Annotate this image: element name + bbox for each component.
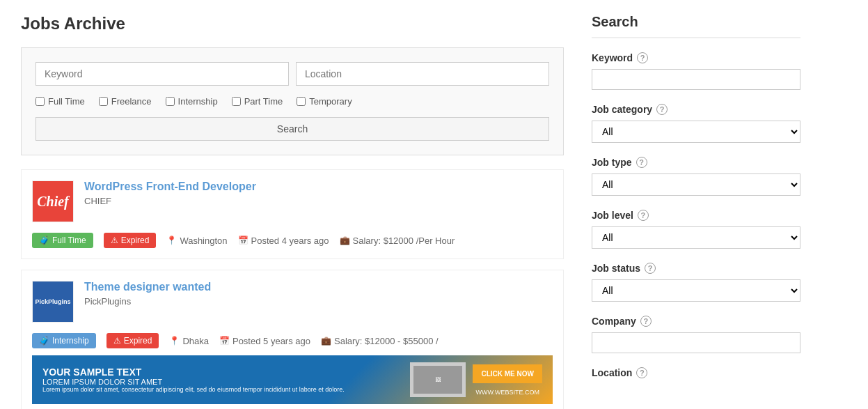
cb-fulltime[interactable] bbox=[35, 97, 45, 106]
company-name-1: CHIEF bbox=[84, 196, 553, 206]
sidebar-field-job-type: Job type ? All bbox=[592, 157, 800, 196]
sidebar-field-job-status: Job status ? All bbox=[592, 263, 800, 302]
posted-text-1: Posted 4 years ago bbox=[251, 236, 329, 246]
badge-expired-1: ⚠ Expired bbox=[104, 233, 157, 248]
job-title-2[interactable]: Theme designer wanted bbox=[84, 281, 553, 293]
salary-icon-2: 💼 bbox=[321, 336, 331, 346]
sidebar-label-location: Location ? bbox=[592, 367, 800, 378]
sidebar: Search Keyword ? Job category ? All Job … bbox=[592, 14, 800, 409]
job-info-2: Theme designer wanted PickPlugins bbox=[84, 281, 553, 307]
company-name-2: PickPlugins bbox=[84, 296, 553, 307]
sidebar-label-job-type: Job type ? bbox=[592, 157, 800, 168]
help-icon-location[interactable]: ? bbox=[636, 367, 647, 378]
cb-temporary[interactable] bbox=[297, 97, 306, 106]
search-box: Full Time Freelance Internship Part Time… bbox=[21, 47, 564, 155]
help-icon-keyword[interactable]: ? bbox=[637, 52, 648, 63]
checkbox-freelance[interactable]: Freelance bbox=[99, 96, 152, 107]
job-meta-2: 🧳 Internship ⚠ Expired 📍 Dhaka 📅 Posted … bbox=[32, 333, 553, 348]
chief-logo-text: Chief bbox=[37, 194, 69, 210]
search-button[interactable]: Search bbox=[35, 117, 549, 141]
sidebar-keyword-input[interactable] bbox=[592, 69, 800, 90]
salary-text-2: Salary: $12000 - $55000 / bbox=[334, 336, 439, 346]
checkbox-temporary[interactable]: Temporary bbox=[297, 96, 352, 107]
help-icon-job-type[interactable]: ? bbox=[636, 157, 647, 168]
salary-text-1: Salary: $12000 /Per Hour bbox=[353, 236, 455, 246]
company-logo-pickplugins: PickPlugins bbox=[32, 281, 74, 323]
badge-fulltime: 🧳 Full Time bbox=[32, 233, 93, 248]
banner-body: Lorem ipsum dolor sit amet, consectetur … bbox=[42, 386, 403, 393]
location-meta-2: 📍 Dhaka bbox=[169, 336, 209, 346]
banner-ad: YOUR SAMPLE TEXT LOREM IPSUM DOLOR SIT A… bbox=[32, 355, 553, 404]
company-logo-chief: Chief bbox=[32, 180, 74, 222]
sidebar-label-job-status: Job status ? bbox=[592, 263, 800, 274]
banner-image-placeholder: 🖼 bbox=[413, 366, 462, 394]
location-meta-1: 📍 Washington bbox=[166, 236, 227, 246]
checkbox-fulltime[interactable]: Full Time bbox=[35, 96, 85, 107]
banner-title: YOUR SAMPLE TEXT bbox=[42, 366, 403, 378]
banner-subtitle: LOREM IPSUM DOLOR SIT AMET bbox=[42, 378, 403, 386]
main-content: Jobs Archive Full Time Freelance Interns… bbox=[21, 14, 564, 409]
salary-meta-2: 💼 Salary: $12000 - $55000 / bbox=[321, 336, 439, 346]
job-header-2: PickPlugins Theme designer wanted PickPl… bbox=[32, 281, 553, 323]
briefcase-icon-2: 🧳 bbox=[39, 336, 49, 346]
sidebar-company-input[interactable] bbox=[592, 332, 800, 353]
sidebar-label-keyword: Keyword ? bbox=[592, 52, 800, 63]
pickplugins-logo-text: PickPlugins bbox=[35, 298, 70, 305]
badge-expired-2: ⚠ Expired bbox=[106, 333, 159, 348]
expired-label-2: Expired bbox=[124, 336, 152, 346]
banner-image: 🖼 bbox=[410, 362, 466, 397]
sidebar-field-job-level: Job level ? All bbox=[592, 210, 800, 249]
calendar-icon-1: 📅 bbox=[238, 236, 248, 245]
salary-icon-1: 💼 bbox=[340, 236, 350, 245]
job-card-2: PickPlugins Theme designer wanted PickPl… bbox=[21, 270, 564, 409]
expired-label-1: Expired bbox=[121, 236, 150, 245]
cb-freelance[interactable] bbox=[99, 97, 108, 106]
posted-meta-2: 📅 Posted 5 years ago bbox=[219, 336, 310, 346]
cb-internship[interactable] bbox=[166, 97, 175, 106]
help-icon-job-status[interactable]: ? bbox=[645, 263, 656, 274]
location-input[interactable] bbox=[296, 62, 549, 86]
sidebar-job-category-select[interactable]: All bbox=[592, 121, 800, 143]
location-icon-1: 📍 bbox=[166, 236, 177, 245]
sidebar-job-type-select[interactable]: All bbox=[592, 173, 800, 196]
image-placeholder-icon: 🖼 bbox=[435, 377, 441, 383]
banner-cta-button[interactable]: CLICK ME NOW bbox=[473, 364, 542, 383]
job-title-1[interactable]: WordPress Front-End Developer bbox=[84, 180, 553, 193]
calendar-icon-2: 📅 bbox=[219, 336, 230, 346]
checkbox-internship[interactable]: Internship bbox=[166, 96, 218, 107]
sidebar-label-company: Company ? bbox=[592, 316, 800, 327]
sidebar-field-location: Location ? bbox=[592, 367, 800, 378]
help-icon-job-category[interactable]: ? bbox=[656, 104, 668, 115]
sidebar-field-job-category: Job category ? All bbox=[592, 104, 800, 143]
search-inputs bbox=[35, 62, 549, 86]
sidebar-label-job-level: Job level ? bbox=[592, 210, 800, 221]
sidebar-label-job-category: Job category ? bbox=[592, 104, 800, 115]
sidebar-field-company: Company ? bbox=[592, 316, 800, 353]
sidebar-job-level-select[interactable]: All bbox=[592, 226, 800, 249]
alert-icon: ⚠ bbox=[111, 236, 118, 245]
job-info-1: WordPress Front-End Developer CHIEF bbox=[84, 180, 553, 206]
keyword-input[interactable] bbox=[35, 62, 289, 86]
checkbox-parttime[interactable]: Part Time bbox=[232, 96, 283, 107]
banner-right: CLICK ME NOW WWW.WEBSITE.COM bbox=[473, 364, 542, 396]
location-text-2: Dhaka bbox=[182, 336, 209, 346]
banner-website: WWW.WEBSITE.COM bbox=[475, 389, 539, 396]
job-card-1: Chief WordPress Front-End Developer CHIE… bbox=[21, 169, 564, 259]
help-icon-job-level[interactable]: ? bbox=[638, 210, 649, 221]
fulltime-label: Full Time bbox=[52, 236, 86, 245]
posted-text-2: Posted 5 years ago bbox=[232, 336, 310, 346]
help-icon-company[interactable]: ? bbox=[640, 316, 652, 327]
sidebar-job-status-select[interactable]: All bbox=[592, 279, 800, 302]
job-header-1: Chief WordPress Front-End Developer CHIE… bbox=[32, 180, 553, 222]
page-title: Jobs Archive bbox=[21, 14, 564, 33]
job-type-checkboxes: Full Time Freelance Internship Part Time… bbox=[35, 96, 549, 107]
job-meta-1: 🧳 Full Time ⚠ Expired 📍 Washington 📅 Pos… bbox=[32, 233, 553, 248]
salary-meta-1: 💼 Salary: $12000 /Per Hour bbox=[340, 236, 455, 246]
banner-text-area: YOUR SAMPLE TEXT LOREM IPSUM DOLOR SIT A… bbox=[42, 366, 403, 393]
internship-label: Internship bbox=[52, 336, 89, 346]
badge-internship: 🧳 Internship bbox=[32, 333, 96, 348]
briefcase-icon: 🧳 bbox=[39, 236, 49, 245]
sidebar-title: Search bbox=[592, 14, 800, 38]
alert-icon-2: ⚠ bbox=[113, 336, 121, 346]
cb-parttime[interactable] bbox=[232, 97, 241, 106]
